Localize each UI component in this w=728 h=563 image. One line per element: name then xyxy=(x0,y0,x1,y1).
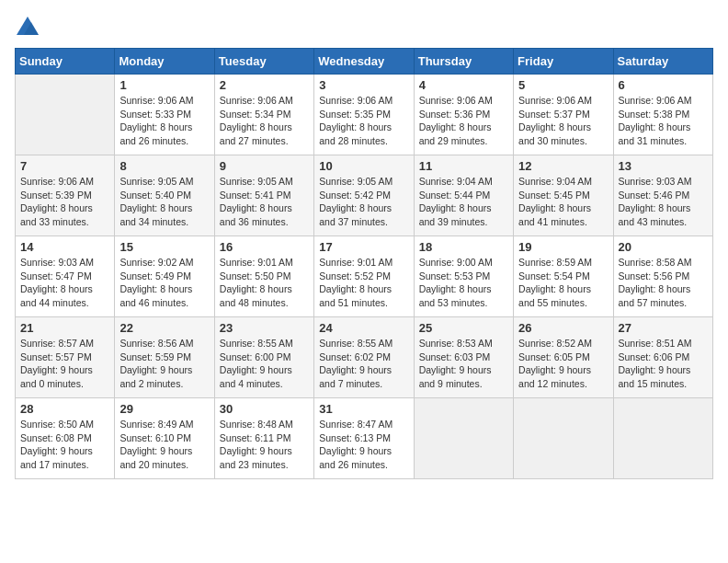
day-number: 17 xyxy=(319,240,408,254)
day-info: Sunrise: 8:56 AMSunset: 5:59 PMDaylight:… xyxy=(119,337,209,391)
day-number: 8 xyxy=(119,159,209,173)
calendar-cell: 5 Sunrise: 9:06 AMSunset: 5:37 PMDayligh… xyxy=(514,75,613,155)
day-info: Sunrise: 8:47 AMSunset: 6:13 PMDaylight:… xyxy=(319,418,408,472)
calendar-cell: 10 Sunrise: 9:05 AMSunset: 5:42 PMDaylig… xyxy=(314,155,414,236)
col-header-saturday: Saturday xyxy=(613,49,712,75)
day-number: 6 xyxy=(619,78,708,92)
col-header-tuesday: Tuesday xyxy=(214,49,313,75)
day-info: Sunrise: 9:06 AMSunset: 5:37 PMDaylight:… xyxy=(518,94,608,148)
day-number: 3 xyxy=(319,78,408,92)
calendar-cell: 31 Sunrise: 8:47 AMSunset: 6:13 PMDaylig… xyxy=(314,398,414,479)
calendar-cell: 22 Sunrise: 8:56 AMSunset: 5:59 PMDaylig… xyxy=(115,317,214,398)
day-number: 31 xyxy=(319,402,408,416)
day-number: 30 xyxy=(220,402,309,416)
day-info: Sunrise: 8:57 AMSunset: 5:57 PMDaylight:… xyxy=(20,337,109,391)
calendar-cell: 24 Sunrise: 8:55 AMSunset: 6:02 PMDaylig… xyxy=(314,317,414,398)
day-info: Sunrise: 9:03 AMSunset: 5:46 PMDaylight:… xyxy=(619,175,708,229)
logo xyxy=(15,15,42,40)
day-info: Sunrise: 9:06 AMSunset: 5:38 PMDaylight:… xyxy=(619,94,708,148)
calendar-cell: 8 Sunrise: 9:05 AMSunset: 5:40 PMDayligh… xyxy=(115,155,214,236)
calendar-cell: 6 Sunrise: 9:06 AMSunset: 5:38 PMDayligh… xyxy=(613,75,712,155)
day-number: 13 xyxy=(619,159,708,173)
day-info: Sunrise: 9:06 AMSunset: 5:36 PMDaylight:… xyxy=(419,94,508,148)
day-info: Sunrise: 9:00 AMSunset: 5:53 PMDaylight:… xyxy=(419,256,508,310)
day-info: Sunrise: 9:03 AMSunset: 5:47 PMDaylight:… xyxy=(20,256,109,310)
calendar-cell xyxy=(613,398,712,479)
day-number: 25 xyxy=(419,321,508,335)
col-header-thursday: Thursday xyxy=(414,49,513,75)
calendar-cell: 7 Sunrise: 9:06 AMSunset: 5:39 PMDayligh… xyxy=(16,155,115,236)
calendar-cell: 25 Sunrise: 8:53 AMSunset: 6:03 PMDaylig… xyxy=(414,317,513,398)
day-info: Sunrise: 9:04 AMSunset: 5:44 PMDaylight:… xyxy=(419,175,508,229)
col-header-monday: Monday xyxy=(115,49,214,75)
day-info: Sunrise: 9:06 AMSunset: 5:33 PMDaylight:… xyxy=(119,94,209,148)
day-info: Sunrise: 8:50 AMSunset: 6:08 PMDaylight:… xyxy=(20,418,109,472)
day-number: 12 xyxy=(518,159,608,173)
calendar-cell: 3 Sunrise: 9:06 AMSunset: 5:35 PMDayligh… xyxy=(314,75,414,155)
calendar-cell: 21 Sunrise: 8:57 AMSunset: 5:57 PMDaylig… xyxy=(16,317,115,398)
day-number: 11 xyxy=(419,159,508,173)
day-number: 5 xyxy=(518,78,608,92)
calendar-cell xyxy=(16,75,115,155)
day-info: Sunrise: 9:05 AMSunset: 5:40 PMDaylight:… xyxy=(119,175,209,229)
day-info: Sunrise: 8:49 AMSunset: 6:10 PMDaylight:… xyxy=(119,418,209,472)
day-info: Sunrise: 9:04 AMSunset: 5:45 PMDaylight:… xyxy=(518,175,608,229)
day-number: 10 xyxy=(319,159,408,173)
day-info: Sunrise: 9:05 AMSunset: 5:42 PMDaylight:… xyxy=(319,175,408,229)
calendar-cell: 1 Sunrise: 9:06 AMSunset: 5:33 PMDayligh… xyxy=(115,75,214,155)
day-number: 7 xyxy=(20,159,109,173)
day-number: 14 xyxy=(20,240,109,254)
calendar-cell: 14 Sunrise: 9:03 AMSunset: 5:47 PMDaylig… xyxy=(16,236,115,317)
calendar-cell: 30 Sunrise: 8:48 AMSunset: 6:11 PMDaylig… xyxy=(214,398,313,479)
day-number: 27 xyxy=(619,321,708,335)
day-number: 22 xyxy=(119,321,209,335)
calendar-cell xyxy=(514,398,613,479)
day-info: Sunrise: 8:59 AMSunset: 5:54 PMDaylight:… xyxy=(518,256,608,310)
calendar-cell: 19 Sunrise: 8:59 AMSunset: 5:54 PMDaylig… xyxy=(514,236,613,317)
day-info: Sunrise: 8:58 AMSunset: 5:56 PMDaylight:… xyxy=(619,256,708,310)
calendar-cell: 15 Sunrise: 9:02 AMSunset: 5:49 PMDaylig… xyxy=(115,236,214,317)
day-number: 21 xyxy=(20,321,109,335)
logo-icon xyxy=(15,15,40,40)
calendar-table: SundayMondayTuesdayWednesdayThursdayFrid… xyxy=(15,48,713,479)
col-header-wednesday: Wednesday xyxy=(314,49,414,75)
calendar-cell: 12 Sunrise: 9:04 AMSunset: 5:45 PMDaylig… xyxy=(514,155,613,236)
day-info: Sunrise: 9:06 AMSunset: 5:34 PMDaylight:… xyxy=(220,94,309,148)
day-number: 1 xyxy=(119,78,209,92)
page-header xyxy=(15,15,713,40)
day-info: Sunrise: 9:01 AMSunset: 5:52 PMDaylight:… xyxy=(319,256,408,310)
day-number: 24 xyxy=(319,321,408,335)
day-info: Sunrise: 9:02 AMSunset: 5:49 PMDaylight:… xyxy=(119,256,209,310)
day-info: Sunrise: 9:05 AMSunset: 5:41 PMDaylight:… xyxy=(220,175,309,229)
calendar-cell: 26 Sunrise: 8:52 AMSunset: 6:05 PMDaylig… xyxy=(514,317,613,398)
day-number: 16 xyxy=(220,240,309,254)
calendar-cell: 11 Sunrise: 9:04 AMSunset: 5:44 PMDaylig… xyxy=(414,155,513,236)
calendar-cell: 28 Sunrise: 8:50 AMSunset: 6:08 PMDaylig… xyxy=(16,398,115,479)
calendar-cell: 9 Sunrise: 9:05 AMSunset: 5:41 PMDayligh… xyxy=(214,155,313,236)
day-number: 18 xyxy=(419,240,508,254)
day-info: Sunrise: 8:52 AMSunset: 6:05 PMDaylight:… xyxy=(518,337,608,391)
calendar-cell: 17 Sunrise: 9:01 AMSunset: 5:52 PMDaylig… xyxy=(314,236,414,317)
day-number: 15 xyxy=(119,240,209,254)
day-number: 29 xyxy=(119,402,209,416)
day-number: 9 xyxy=(220,159,309,173)
day-number: 23 xyxy=(220,321,309,335)
day-number: 2 xyxy=(220,78,309,92)
day-info: Sunrise: 8:51 AMSunset: 6:06 PMDaylight:… xyxy=(619,337,708,391)
day-info: Sunrise: 8:48 AMSunset: 6:11 PMDaylight:… xyxy=(220,418,309,472)
day-info: Sunrise: 8:53 AMSunset: 6:03 PMDaylight:… xyxy=(419,337,508,391)
calendar-cell: 13 Sunrise: 9:03 AMSunset: 5:46 PMDaylig… xyxy=(613,155,712,236)
calendar-cell: 29 Sunrise: 8:49 AMSunset: 6:10 PMDaylig… xyxy=(115,398,214,479)
day-info: Sunrise: 8:55 AMSunset: 6:00 PMDaylight:… xyxy=(220,337,309,391)
day-info: Sunrise: 9:01 AMSunset: 5:50 PMDaylight:… xyxy=(220,256,309,310)
calendar-cell: 20 Sunrise: 8:58 AMSunset: 5:56 PMDaylig… xyxy=(613,236,712,317)
col-header-friday: Friday xyxy=(514,49,613,75)
calendar-cell: 23 Sunrise: 8:55 AMSunset: 6:00 PMDaylig… xyxy=(214,317,313,398)
day-number: 26 xyxy=(518,321,608,335)
day-info: Sunrise: 8:55 AMSunset: 6:02 PMDaylight:… xyxy=(319,337,408,391)
col-header-sunday: Sunday xyxy=(16,49,115,75)
calendar-cell: 4 Sunrise: 9:06 AMSunset: 5:36 PMDayligh… xyxy=(414,75,513,155)
day-number: 19 xyxy=(518,240,608,254)
day-number: 28 xyxy=(20,402,109,416)
calendar-cell: 27 Sunrise: 8:51 AMSunset: 6:06 PMDaylig… xyxy=(613,317,712,398)
